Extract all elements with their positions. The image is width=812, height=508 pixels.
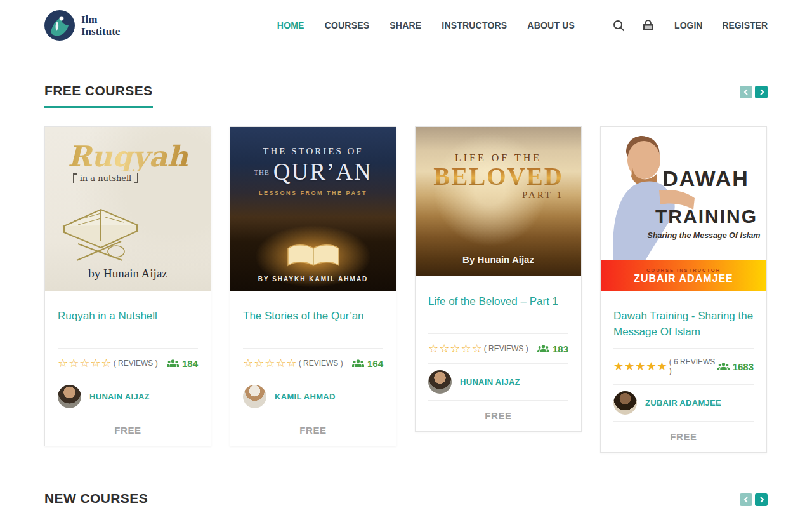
free-courses-carousel-arrows — [740, 86, 768, 98]
instructor-row: HUNAIN AIJAZ — [428, 363, 568, 400]
free-courses-card-list: Ruqyah in a nutshell — [44, 126, 768, 453]
reviews-label: ( REVIEWS ) — [484, 344, 528, 353]
free-courses-title: FREE COURSES — [44, 83, 153, 108]
rating-row: ☆☆☆☆☆ ( REVIEWS ) 184 — [58, 348, 198, 378]
site-logo[interactable]: Ilm Institute — [44, 10, 120, 41]
star-rating-icon: ☆☆☆☆☆ — [243, 358, 298, 369]
main-content: FREE COURSES Ruqyah in a nutshell — [0, 83, 812, 508]
cart-basket-icon[interactable] — [641, 20, 655, 32]
course-title-link[interactable]: Ruqyah in a Nutshell — [58, 291, 198, 348]
star-rating-icon: ☆☆☆☆☆ — [58, 358, 112, 369]
price-label: FREE — [58, 415, 198, 446]
rating-row: ☆☆☆☆☆ ( REVIEWS ) 164 — [243, 348, 383, 378]
instructor-name-link[interactable]: ZUBAIR ADAMJEE — [645, 398, 721, 408]
students-icon — [352, 359, 364, 368]
instructor-avatar[interactable] — [243, 385, 266, 408]
chevron-left-icon[interactable] — [740, 86, 752, 98]
instructor-name-link[interactable]: HUNAIN AIJAZ — [89, 392, 150, 401]
instructor-row: HUNAIN AIJAZ — [58, 378, 198, 415]
instructor-name-link[interactable]: HUNAIN AIJAZ — [460, 377, 520, 387]
chevron-left-icon[interactable] — [740, 493, 752, 506]
star-rating-icon: ☆☆☆☆☆ — [428, 343, 483, 354]
presenter-photo — [601, 127, 696, 260]
cover-byline: BY SHAYKH KAMIL AHMAD — [230, 276, 396, 283]
course-card-body: Life of the Beloved – Part 1 ☆☆☆☆☆ ( REV… — [416, 276, 581, 431]
students-icon — [717, 362, 730, 371]
chevron-right-icon[interactable] — [755, 86, 768, 98]
students-icon — [167, 359, 179, 368]
course-cover-image[interactable]: DAWAH TRAINING Sharing the Message Of Is… — [601, 127, 766, 291]
logo-text: Ilm Institute — [81, 13, 120, 37]
rating-row: ★★★★★ ( 6 REVIEWS ) 1683 — [613, 348, 754, 384]
cover-byline: By Hunain Aijaz — [416, 254, 581, 265]
header-actions: LOGIN REGISTER — [596, 20, 812, 32]
course-card-body: The Stories of the Qur’an ☆☆☆☆☆ ( REVIEW… — [230, 291, 396, 446]
cover-title-line1: DAWAH — [650, 166, 761, 191]
rating-row: ☆☆☆☆☆ ( REVIEWS ) 183 — [428, 333, 568, 363]
cover-title-line2: TRAINING — [650, 206, 763, 227]
course-title-link[interactable]: Dawah Training - Sharing the Message Of … — [613, 291, 754, 348]
price-label: FREE — [243, 415, 383, 446]
cover-title: Ruqyah — [45, 142, 211, 171]
course-cover-image[interactable]: Ruqyah in a nutshell — [45, 127, 211, 291]
site-header: Ilm Institute HOME COURSES SHARE INSTRUC… — [0, 0, 812, 51]
students-count: 164 — [352, 358, 383, 369]
nav-item-courses[interactable]: COURSES — [325, 20, 370, 30]
instructor-row: KAMIL AHMAD — [243, 378, 383, 415]
instructor-avatar[interactable] — [58, 385, 81, 408]
nav-item-share[interactable]: SHARE — [390, 20, 421, 30]
course-card-dawah-training: DAWAH TRAINING Sharing the Message Of Is… — [600, 126, 767, 453]
cover-tagline: LESSONS FROM THE PAST — [230, 190, 396, 196]
reviews-label: ( 6 REVIEWS ) — [669, 358, 717, 375]
course-cover-image[interactable]: THE STORIES OF THE QUR’AN LESSONS FROM T… — [230, 127, 396, 291]
reviews-label: ( REVIEWS ) — [299, 359, 343, 368]
price-label: FREE — [613, 421, 754, 452]
instructor-row: ZUBAIR ADAMJEE — [613, 384, 754, 421]
course-card-stories-of-quran: THE STORIES OF THE QUR’AN LESSONS FROM T… — [230, 126, 396, 446]
course-card-body: Dawah Training - Sharing the Message Of … — [601, 291, 766, 452]
logo-mark-icon — [44, 10, 75, 41]
students-count: 1683 — [717, 361, 754, 372]
students-count: 183 — [537, 344, 568, 354]
course-cover-image[interactable]: LIFE OF THE BELOVED PART 1 By Hunain Aij… — [416, 127, 581, 276]
nav-item-home[interactable]: HOME — [277, 20, 304, 30]
cover-part: PART 1 — [416, 190, 581, 201]
course-title-link[interactable]: The Stories of the Qur’an — [243, 291, 383, 348]
quran-sketch-icon — [45, 196, 211, 264]
reviews-label: ( REVIEWS ) — [114, 359, 158, 368]
cover-the: THE — [254, 168, 269, 176]
course-card-life-of-the-beloved: LIFE OF THE BELOVED PART 1 By Hunain Aij… — [415, 126, 582, 432]
cover-byline: by Hunain Aijaz — [45, 267, 211, 281]
cover-tagline: Sharing the Message Of Islam — [645, 231, 763, 240]
search-icon[interactable] — [613, 20, 625, 32]
cover-title: BELOVED — [416, 164, 581, 190]
nav-item-instructors[interactable]: INSTRUCTORS — [442, 20, 507, 30]
glowing-book-icon — [286, 243, 341, 269]
cover-subtitle: in a nutshell — [73, 173, 139, 183]
free-courses-section-head: FREE COURSES — [44, 83, 768, 107]
new-courses-title: NEW COURSES — [44, 491, 148, 508]
instructor-name-link[interactable]: KAMIL AHMAD — [275, 392, 336, 401]
main-nav: HOME COURSES SHARE INSTRUCTORS ABOUT US — [277, 20, 575, 30]
course-card-ruqyah: Ruqyah in a nutshell — [44, 126, 211, 446]
login-link[interactable]: LOGIN — [674, 20, 702, 30]
new-courses-section-head: NEW COURSES — [44, 491, 768, 508]
students-count: 184 — [167, 358, 198, 369]
banner-name: ZUBAIR ADAMJEE — [601, 273, 766, 284]
instructor-avatar[interactable] — [428, 370, 452, 394]
star-rating-icon: ★★★★★ — [613, 361, 668, 372]
new-courses-carousel-arrows — [740, 493, 768, 506]
nav-item-about-us[interactable]: ABOUT US — [527, 20, 575, 30]
course-card-body: Ruqyah in a Nutshell ☆☆☆☆☆ ( REVIEWS ) 1… — [45, 291, 211, 446]
chevron-right-icon[interactable] — [755, 493, 768, 506]
cover-banner: COURSE INSTRUCTOR ZUBAIR ADAMJEE — [601, 260, 766, 291]
register-link[interactable]: REGISTER — [722, 20, 768, 30]
instructor-avatar[interactable] — [613, 391, 637, 415]
price-label: FREE — [428, 400, 568, 431]
cover-kicker: THE STORIES OF — [230, 127, 396, 157]
cover-title: QUR’AN — [273, 158, 372, 185]
course-title-link[interactable]: Life of the Beloved – Part 1 — [428, 276, 568, 333]
students-icon — [537, 344, 549, 353]
banner-kicker: COURSE INSTRUCTOR — [601, 267, 766, 273]
